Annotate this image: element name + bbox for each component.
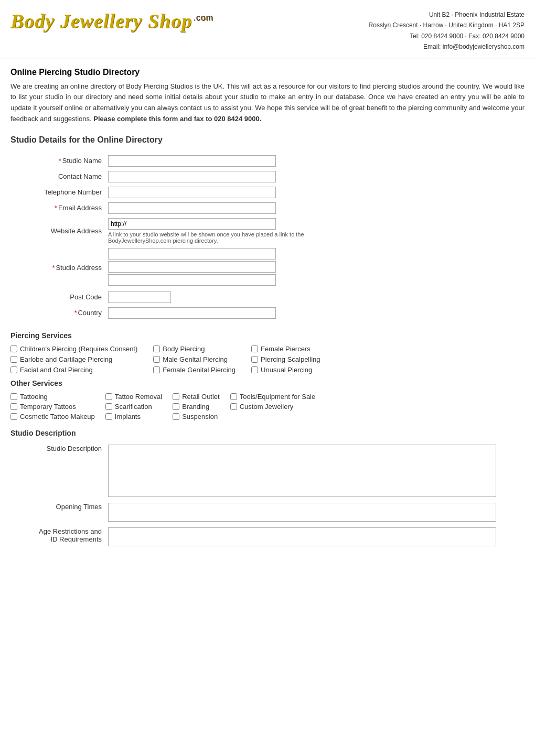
facial-piercing-label: Facial and Oral Piercing xyxy=(20,366,93,374)
retail-outlet-label: Retail Outlet xyxy=(182,393,220,401)
contact-name-input-cell xyxy=(105,169,525,185)
postcode-row: Post Code xyxy=(10,289,525,305)
other-services-col-1: Tattooing Temporary Tattoos Cosmetic Tat… xyxy=(10,393,95,420)
studio-name-label: *Studio Name xyxy=(10,153,105,169)
tattoo-removal-label: Tattoo Removal xyxy=(115,393,162,401)
suspension-checkbox[interactable] xyxy=(173,413,179,420)
website-input-cell: A link to your studio website will be sh… xyxy=(105,216,525,246)
email-input[interactable] xyxy=(108,202,276,214)
studio-desc-textarea[interactable] xyxy=(108,445,496,497)
piercing-check-unusual: Unusual Piercing xyxy=(251,366,320,374)
body-piercing-checkbox[interactable] xyxy=(153,345,160,352)
piercing-check-scalpelling: Piercing Scalpelling xyxy=(251,355,320,363)
opening-times-textarea-cell xyxy=(105,501,525,525)
other-services-container: Tattooing Temporary Tattoos Cosmetic Tat… xyxy=(10,393,525,420)
children-piercing-checkbox[interactable] xyxy=(10,345,17,352)
other-services-col-4: Tools/Equipment for Sale Custom Jeweller… xyxy=(230,393,316,420)
temp-tattoos-checkbox[interactable] xyxy=(10,403,17,410)
required-star: * xyxy=(55,204,57,212)
email-row: *Email Address xyxy=(10,200,525,216)
studio-address-line1-input[interactable] xyxy=(108,248,276,260)
earlobe-piercing-checkbox[interactable] xyxy=(10,356,17,363)
unusual-piercing-label: Unusual Piercing xyxy=(261,366,312,374)
website-input[interactable] xyxy=(108,218,276,230)
facial-piercing-checkbox[interactable] xyxy=(10,366,17,373)
unusual-piercing-checkbox[interactable] xyxy=(251,366,258,373)
tools-equipment-row: Tools/Equipment for Sale xyxy=(230,393,316,401)
country-input[interactable] xyxy=(108,307,276,319)
piercing-check-children: Children's Piercing (Requires Consent) xyxy=(10,345,137,353)
address-line-3: Tel: 020 8424 9000 · Fax: 020 8424 9000 xyxy=(369,31,525,41)
contact-name-label: Contact Name xyxy=(10,169,105,185)
page-header: Body Jewellery Shop.com Unit B2 · Phoeni… xyxy=(0,0,535,59)
studio-name-row: *Studio Name xyxy=(10,153,525,169)
temp-tattoos-label: Temporary Tattoos xyxy=(20,403,76,411)
main-title: Online Piercing Studio Directory xyxy=(10,68,525,77)
retail-outlet-checkbox[interactable] xyxy=(173,393,179,400)
address-line-4: Email: info@bodyjewelleryshop.com xyxy=(369,41,525,52)
female-genital-checkbox[interactable] xyxy=(153,366,160,373)
male-genital-checkbox[interactable] xyxy=(153,356,160,363)
studio-description-title: Studio Description xyxy=(10,429,525,437)
website-hint-2: BodyJewelleryShop.com piercing directory… xyxy=(108,237,218,244)
suspension-row: Suspension xyxy=(173,413,220,420)
country-row: *Country xyxy=(10,305,525,321)
telephone-input[interactable] xyxy=(108,187,276,198)
tattoo-removal-checkbox[interactable] xyxy=(105,393,112,400)
scalpelling-label: Piercing Scalpelling xyxy=(261,355,320,363)
tools-equipment-label: Tools/Equipment for Sale xyxy=(240,393,316,401)
intro-paragraph: We are creating an online directory of B… xyxy=(10,82,525,123)
tools-equipment-checkbox[interactable] xyxy=(230,393,237,400)
piercing-check-body: Body Piercing xyxy=(153,345,236,353)
website-label: Website Address xyxy=(10,216,105,246)
piercing-check-earlobe: Earlobe and Cartilage Piercing xyxy=(10,355,137,363)
custom-jewellery-label: Custom Jewellery xyxy=(240,403,294,411)
implants-row: Implants xyxy=(105,413,162,420)
website-hint-1: A link to your studio website will be sh… xyxy=(108,231,304,237)
telephone-row: Telephone Number xyxy=(10,185,525,200)
scarification-row: Scarification xyxy=(105,403,162,411)
female-piercers-checkbox[interactable] xyxy=(251,345,258,352)
female-genital-label: Female Genital Piercing xyxy=(163,366,236,374)
required-star: * xyxy=(59,157,61,165)
piercing-col-1: Children's Piercing (Requires Consent) E… xyxy=(10,345,137,374)
other-services-title: Other Services xyxy=(10,379,525,387)
piercing-check-female-piercers: Female Piercers xyxy=(251,345,320,353)
body-piercing-label: Body Piercing xyxy=(163,345,205,353)
other-services-col-2: Tattoo Removal Scarification Implants xyxy=(105,393,162,420)
studio-name-input-cell xyxy=(105,153,525,169)
custom-jewellery-checkbox[interactable] xyxy=(230,403,237,410)
piercing-col-3: Female Piercers Piercing Scalpelling Unu… xyxy=(251,345,320,374)
studio-address-input-cell xyxy=(105,246,525,289)
country-label: *Country xyxy=(10,305,105,321)
logo: Body Jewellery Shop.com xyxy=(10,9,213,33)
scarification-checkbox[interactable] xyxy=(105,403,112,410)
suspension-label: Suspension xyxy=(182,413,218,420)
studio-address-label: *Studio Address xyxy=(10,246,105,289)
tattooing-checkbox[interactable] xyxy=(10,393,17,400)
studio-address-line2-input[interactable] xyxy=(108,261,276,273)
scalpelling-checkbox[interactable] xyxy=(251,356,258,363)
opening-times-textarea[interactable] xyxy=(108,503,496,522)
studio-address-row: *Studio Address xyxy=(10,246,525,289)
opening-times-row: Opening Times xyxy=(10,501,525,525)
studio-address-line3-input[interactable] xyxy=(108,274,276,286)
postcode-input[interactable] xyxy=(108,291,171,303)
studio-name-input[interactable] xyxy=(108,155,276,167)
intro-bold: Please complete this form and fax to 020… xyxy=(93,115,261,123)
address-line-1: Unit B2 · Phoenix Industrial Estate xyxy=(369,9,525,20)
implants-checkbox[interactable] xyxy=(105,413,112,420)
branding-checkbox[interactable] xyxy=(173,403,179,410)
tattooing-row: Tattooing xyxy=(10,393,95,401)
contact-name-input[interactable] xyxy=(108,171,276,182)
studio-form-table: *Studio Name Contact Name Telephone Numb… xyxy=(10,153,525,321)
female-piercers-label: Female Piercers xyxy=(261,345,311,353)
piercing-check-facial: Facial and Oral Piercing xyxy=(10,366,137,374)
logo-brand: Body Jewellery Shop xyxy=(10,10,192,32)
age-restrictions-textarea[interactable] xyxy=(108,527,496,546)
email-input-cell xyxy=(105,200,525,216)
address-line-2: Rosslyn Crescent · Harrow · United Kingd… xyxy=(369,20,525,30)
earlobe-piercing-label: Earlobe and Cartilage Piercing xyxy=(20,355,112,363)
age-restrictions-textarea-cell xyxy=(105,525,525,550)
cosmetic-tattoo-checkbox[interactable] xyxy=(10,413,17,420)
